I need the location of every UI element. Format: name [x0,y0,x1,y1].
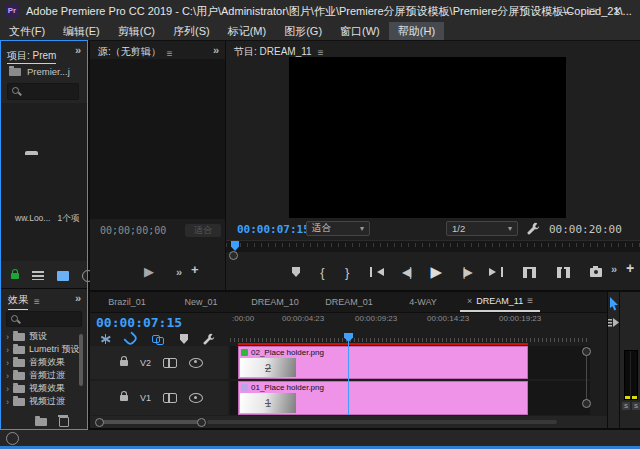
panel-overflow-icon[interactable]: » [75,44,81,56]
expand-icon[interactable]: › [6,358,9,368]
toggle-track-output-icon[interactable] [189,393,203,403]
creative-cloud-sync-icon[interactable] [6,432,19,445]
list-view-icon[interactable] [32,271,44,280]
timeline-settings-wrench-icon[interactable] [203,333,215,345]
program-playhead[interactable] [231,241,239,251]
sync-lock-icon[interactable] [163,358,177,368]
program-overflow-icon[interactable]: » [611,263,617,275]
tab-4-way[interactable]: 4-WAY [386,292,460,312]
effects-scrollbar[interactable] [79,334,83,386]
project-search-input[interactable] [7,83,79,100]
h-scroll-handle-right[interactable] [197,418,206,427]
project-panel-tab[interactable]: 项目: Prem [7,45,56,63]
selection-tool-icon[interactable] [609,297,619,311]
v-scroll-handle-bottom[interactable] [582,399,591,408]
source-play-button[interactable]: ▶ [144,264,154,279]
expand-icon[interactable]: › [6,371,9,381]
tab-dream-10[interactable]: DREAM_10 [238,292,312,312]
expand-icon[interactable]: › [6,345,9,355]
expand-icon[interactable]: › [6,397,9,407]
timeline-playhead-line[interactable] [348,340,349,415]
menu-file[interactable]: 文件(F) [0,22,54,40]
program-add-button[interactable]: + [626,260,634,276]
icon-view-icon[interactable] [57,271,69,281]
extract-icon[interactable] [557,267,570,278]
track-name[interactable]: V1 [140,393,151,403]
menu-sequence[interactable]: 序列(S) [164,22,219,40]
expand-icon[interactable]: › [6,332,9,342]
effects-item-audio-transitions[interactable]: › 音频过渡 [1,369,88,382]
panel-menu-icon[interactable]: ≡ [34,296,40,307]
source-overflow-icon[interactable]: » [176,266,182,278]
effects-panel-tab[interactable]: 效果 ≡ [8,293,40,310]
program-timecode[interactable]: 00:00:07:15 [237,223,310,236]
effects-item-audio-effects[interactable]: › 音频效果 [1,356,88,369]
panel-overflow-icon[interactable]: » [75,292,81,304]
source-add-button[interactable]: + [191,262,199,277]
mark-out-icon[interactable]: } [345,265,349,280]
toggle-track-output-icon[interactable] [189,358,203,368]
clip-v2[interactable]: 02_Place holder.png 2 [238,346,528,379]
panel-overflow-icon[interactable]: » [213,44,219,56]
source-timecode[interactable]: 00;00;00;00 [100,225,166,236]
sync-lock-icon[interactable] [163,393,177,403]
menu-window[interactable]: 窗口(W) [331,22,389,40]
step-forward-icon[interactable]: |▶ [462,265,470,279]
solo-left-button[interactable]: S [622,402,630,410]
tab-dream-01[interactable]: DREAM_01 [312,292,386,312]
linked-selection-icon[interactable] [152,335,165,344]
timeline-timecode[interactable]: 00:00:07:15 [96,315,182,330]
effects-item-lumetri[interactable]: › Lumetri 预设 [1,343,88,356]
source-fit-dropdown[interactable]: 适合 [185,224,221,237]
project-item-caption[interactable]: ww.Loo... 1个项 [15,213,85,225]
maximize-button[interactable]: □ [578,0,606,22]
export-frame-icon[interactable] [590,268,602,277]
tab-new-01[interactable]: New_01 [164,292,238,312]
menu-clip[interactable]: 剪辑(C) [109,22,164,40]
solo-right-button[interactable]: S [632,402,640,410]
nest-toggle-icon[interactable] [100,334,110,344]
expand-icon[interactable]: › [6,384,9,394]
v-scroll-handle-top[interactable] [582,347,591,356]
track-name[interactable]: V2 [140,358,151,368]
scrubber-zoom-handle[interactable] [229,251,238,260]
program-resolution-dropdown[interactable]: 1/2 ▾ [446,221,518,236]
panel-menu-icon[interactable]: ≡ [527,292,533,311]
minimize-button[interactable]: — [553,0,581,22]
project-writable-lock-icon[interactable] [11,273,19,279]
mark-in-icon[interactable]: { [320,265,324,280]
add-marker-icon[interactable] [180,334,188,344]
go-to-out-icon[interactable] [491,267,503,277]
program-scrubber[interactable] [226,240,640,252]
program-fit-dropdown[interactable]: 适合 ▾ [306,221,370,236]
effects-item-video-effects[interactable]: › 视频效果 [1,382,88,395]
menu-graphics[interactable]: 图形(G) [275,22,331,40]
snap-icon[interactable] [123,331,139,347]
project-bin-row[interactable]: Premier...j [9,66,70,77]
timeline-ruler[interactable]: :00:00 00:00:04:23 00:00:09:23 00:00:14:… [230,314,590,326]
add-marker-icon[interactable] [292,267,300,277]
menu-edit[interactable]: 编辑(E) [54,22,109,40]
h-scroll-handle-left[interactable] [95,418,104,427]
panel-menu-icon[interactable]: ≡ [318,47,324,58]
tab-dream-11[interactable]: × DREAM_11 ≡ [460,292,540,312]
clip-v1[interactable]: 01_Place holder.png 1 [238,381,528,415]
effects-item-presets[interactable]: › 预设 [1,330,88,343]
panel-menu-icon[interactable]: ≡ [167,48,173,59]
settings-wrench-icon[interactable] [527,222,540,235]
new-bin-icon[interactable] [35,418,47,426]
step-back-icon[interactable]: ◀| [402,265,410,279]
lift-icon[interactable] [523,267,536,278]
menu-markers[interactable]: 标记(M) [219,22,276,40]
track-select-tool-icon[interactable] [608,318,619,328]
tab-close-icon[interactable]: × [467,292,472,311]
menu-help[interactable]: 帮助(H) [389,22,444,40]
track-lock-icon[interactable] [120,360,128,366]
close-button[interactable]: ✕ [603,0,631,22]
h-scrollbar[interactable] [90,416,607,428]
go-to-in-icon[interactable] [370,267,382,277]
effects-search-input[interactable] [6,311,82,327]
play-button[interactable]: ▶ [431,263,443,281]
delete-icon[interactable] [59,417,69,427]
track-lock-icon[interactable] [120,395,128,401]
